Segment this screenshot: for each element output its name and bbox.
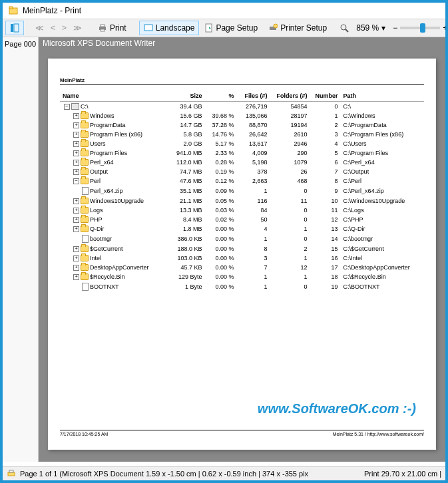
row-folders: 468: [270, 176, 310, 186]
expand-box[interactable]: +: [73, 265, 79, 271]
svg-rect-16: [9, 470, 13, 472]
folder-icon: [81, 245, 89, 252]
row-name: Q-Dir: [90, 226, 105, 232]
zoom-dropdown[interactable]: 859 % ▾: [351, 21, 390, 35]
expand-box[interactable]: +: [73, 150, 79, 156]
row-number: 7: [310, 167, 341, 176]
row-pct: 0.00 %: [205, 253, 237, 263]
expand-box[interactable]: +: [73, 217, 79, 223]
last-page-button[interactable]: ≫: [70, 21, 85, 35]
row-pct: 0.12 %: [205, 176, 237, 186]
print-label: Print: [110, 23, 126, 33]
row-pct: 0.03 %: [205, 206, 237, 215]
expand-box[interactable]: −: [73, 178, 79, 184]
row-name: BOOTNXT: [90, 283, 119, 290]
expand-box[interactable]: +: [73, 132, 79, 138]
row-files: 4: [237, 224, 270, 234]
expand-box[interactable]: +: [73, 274, 79, 280]
zoom-in-button[interactable]: +: [443, 23, 447, 33]
row-size: 2.0 GB: [166, 139, 205, 148]
row-path: C:\: [341, 102, 424, 112]
expand-box[interactable]: +: [73, 208, 79, 214]
row-number: 16: [310, 253, 341, 263]
row-size: 5.8 GB: [166, 130, 205, 139]
expand-box[interactable]: +: [73, 198, 79, 204]
row-path: C:\Perl_x64: [341, 158, 424, 167]
row-folders: 1079: [270, 158, 310, 167]
row-folders: 54854: [270, 102, 310, 112]
row-number: 10: [310, 196, 341, 206]
row-name: Logs: [90, 207, 103, 214]
page-setup-button[interactable]: Page Setup: [200, 21, 262, 35]
row-path: C:\Intel: [341, 253, 424, 263]
expand-box[interactable]: +: [73, 169, 79, 175]
first-page-button[interactable]: ≪: [32, 21, 47, 35]
table-row: +ProgramData 14.7 GB 37.28 % 88,870 1919…: [60, 120, 424, 130]
row-size: 103.0 KB: [166, 253, 205, 263]
col-folders: Folders (#): [270, 90, 310, 102]
row-number: 6: [310, 158, 341, 167]
status-right: Print 29.70 x 21.00 cm |: [364, 470, 441, 478]
page-tab[interactable]: Page 000: [3, 37, 39, 462]
zoom-out-button[interactable]: −: [393, 23, 397, 33]
folder-icon: [81, 122, 89, 128]
row-pct: 0.00 %: [205, 272, 237, 281]
row-number: 18: [310, 272, 341, 281]
expand-box[interactable]: −: [64, 104, 70, 110]
row-pct: 0.09 %: [205, 186, 237, 196]
row-path: C:\BOOTNXT: [341, 281, 424, 292]
expand-box[interactable]: +: [73, 255, 79, 261]
folder-icon: [81, 216, 89, 223]
table-row: +Intel 103.0 KB 0.00 % 3 1 16 C:\Intel: [60, 253, 424, 263]
view-mode-button[interactable]: [5, 21, 24, 35]
svg-point-11: [341, 25, 346, 30]
expand-box[interactable]: +: [73, 122, 79, 128]
app-icon: [8, 5, 19, 16]
table-row: +$GetCurrent 188.0 KB 0.00 % 8 2 15 C:\$…: [60, 244, 424, 253]
row-pct: 0.28 %: [205, 158, 237, 167]
row-name: Windows: [90, 112, 114, 119]
printer-icon: [98, 23, 107, 33]
expand-box[interactable]: +: [73, 246, 79, 252]
print-button[interactable]: Print: [93, 21, 131, 35]
status-bar: Page 1 of 1 (Microsoft XPS Document 1.59…: [3, 466, 445, 480]
landscape-button[interactable]: Landscape: [139, 21, 200, 35]
row-name: $Recycle.Bin: [90, 273, 125, 280]
svg-rect-6: [101, 29, 105, 31]
folder-icon: [81, 168, 89, 175]
table-row: Perl_x64.zip 35.1 MB 0.09 % 1 0 9 C:\Per…: [60, 186, 424, 196]
printer-name: Microsoft XPS Document Writer: [39, 37, 445, 49]
status-left: Page 1 of 1 (Microsoft XPS Document 1.59…: [20, 470, 360, 478]
row-size: 8.4 MB: [166, 215, 205, 224]
row-name: $GetCurrent: [90, 245, 123, 252]
svg-rect-15: [8, 472, 15, 476]
row-size: 39.4 GB: [166, 102, 205, 112]
expand-box[interactable]: +: [73, 113, 79, 119]
printer-setup-button[interactable]: Printer Setup: [264, 21, 332, 35]
row-name: Output: [90, 168, 108, 175]
expand-box[interactable]: +: [73, 141, 79, 147]
footer-left: 7/17/2018 10:45:25 AM: [60, 432, 108, 436]
prev-page-button[interactable]: <: [47, 21, 59, 35]
row-number: 1: [310, 111, 341, 120]
row-path: C:\Windows10Upgrade: [341, 196, 424, 206]
expand-box[interactable]: +: [73, 160, 79, 166]
row-folders: 0: [270, 206, 310, 215]
folder-icon: [81, 178, 89, 184]
row-path: C:\Q-Dir: [341, 224, 424, 234]
toolbar: ≪ < > ≫ Print Landscape Page Setup Print…: [3, 19, 445, 37]
printer-setup-label: Printer Setup: [280, 23, 327, 33]
row-name: Program Files: [90, 150, 127, 156]
zoom-slider[interactable]: [400, 27, 440, 29]
row-files: 26,642: [237, 130, 270, 139]
next-page-button[interactable]: >: [59, 21, 70, 35]
row-folders: 0: [270, 234, 310, 244]
table-row: +Windows 15.6 GB 39.68 % 135,066 28197 1…: [60, 111, 424, 120]
row-files: 276,719: [237, 102, 270, 112]
expand-box[interactable]: +: [73, 226, 79, 232]
row-size: 1 Byte: [166, 281, 205, 292]
row-size: 35.1 MB: [166, 186, 205, 196]
row-folders: 0: [270, 281, 310, 292]
footer-right: MeinPlatz 5.31 / http://www.softwareok.c…: [333, 432, 424, 436]
row-pct: 0.00 %: [205, 263, 237, 272]
